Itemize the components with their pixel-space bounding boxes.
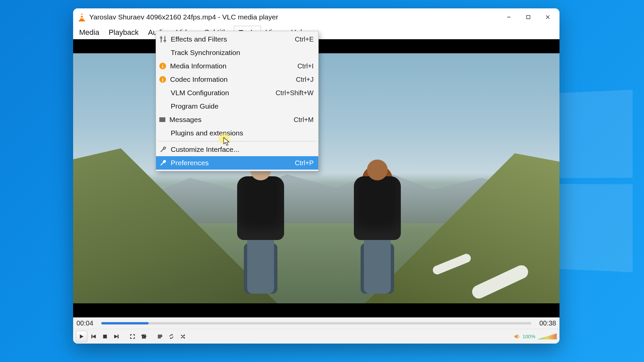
svg-rect-27 <box>163 40 166 41</box>
menu-item-effects-and-filters[interactable]: Effects and FiltersCtrl+E <box>156 33 318 46</box>
blank-icon <box>159 103 167 110</box>
close-button[interactable] <box>538 10 557 24</box>
window-title: Yaroslav Shuraev 4096x2160 24fps.mp4 - V… <box>89 13 499 21</box>
svg-rect-1 <box>81 15 83 16</box>
maximize-button[interactable] <box>519 10 538 24</box>
svg-rect-11 <box>103 335 107 338</box>
blank-icon <box>159 49 167 56</box>
mouse-cursor <box>221 136 231 145</box>
volume-control[interactable]: 100% <box>514 333 557 340</box>
svg-marker-0 <box>80 13 84 20</box>
menu-item-label: Effects and Filters <box>171 35 291 43</box>
svg-marker-12 <box>114 335 117 338</box>
menu-item-program-guide[interactable]: Program Guide <box>156 100 318 113</box>
tools-dropdown-menu: Effects and FiltersCtrl+ETrack Synchroni… <box>156 31 319 171</box>
menu-item-label: Plugins and extensions <box>171 129 310 137</box>
elapsed-time[interactable]: 00:04 <box>76 319 97 327</box>
menu-item-shortcut: Ctrl+J <box>296 76 314 83</box>
menu-separator <box>158 141 316 141</box>
svg-rect-19 <box>144 336 146 337</box>
menu-item-shortcut: Ctrl+E <box>295 36 314 43</box>
menu-item-track-synchronization[interactable]: Track Synchronization <box>156 46 318 59</box>
playlist-button[interactable] <box>155 331 165 342</box>
previous-button[interactable] <box>89 331 99 342</box>
next-button[interactable] <box>111 331 121 342</box>
wrench-icon <box>159 146 167 153</box>
vlc-cone-icon <box>78 12 86 22</box>
svg-rect-18 <box>143 337 145 338</box>
svg-rect-26 <box>160 38 162 39</box>
svg-rect-5 <box>527 15 530 19</box>
total-time[interactable]: 00:38 <box>536 319 556 327</box>
sliders-icon <box>159 36 167 43</box>
menu-item-shortcut: Ctrl+M <box>294 116 314 124</box>
menu-item-customize-interface[interactable]: Customize Interface... <box>156 143 318 156</box>
menu-item-label: Media Information <box>170 62 293 70</box>
stop-button[interactable] <box>100 331 110 342</box>
blank-icon <box>159 89 167 97</box>
menu-item-label: Messages <box>169 116 290 124</box>
minimize-button[interactable] <box>499 10 519 24</box>
titlebar: Yaroslav Shuraev 4096x2160 24fps.mp4 - V… <box>73 8 559 26</box>
menu-item-plugins-and-extensions[interactable]: Plugins and extensions <box>156 126 318 140</box>
menu-playback[interactable]: Playback <box>104 26 143 39</box>
volume-percent: 100% <box>523 334 535 339</box>
svg-rect-21 <box>158 336 162 337</box>
menu-item-label: VLM Configuration <box>171 89 272 97</box>
blank-icon <box>159 129 167 137</box>
svg-rect-20 <box>158 335 162 336</box>
menu-item-shortcut: Ctrl+P <box>295 159 314 167</box>
menu-item-label: Track Synchronization <box>171 49 310 57</box>
menu-item-label: Preferences <box>171 159 291 167</box>
menu-item-vlm-configuration[interactable]: VLM ConfigurationCtrl+Shift+W <box>156 86 318 100</box>
wrench-icon <box>159 159 167 167</box>
svg-marker-10 <box>93 335 96 338</box>
svg-rect-13 <box>118 335 118 338</box>
svg-rect-17 <box>142 335 144 336</box>
menu-item-messages[interactable]: MessagesCtrl+M <box>156 113 318 126</box>
info-icon: i <box>159 76 166 83</box>
svg-marker-23 <box>515 334 518 339</box>
menu-item-label: Codec Information <box>170 75 292 83</box>
menu-item-label: Customize Interface... <box>171 145 310 154</box>
play-button[interactable] <box>76 331 87 342</box>
menu-item-shortcut: Ctrl+Shift+W <box>276 89 314 97</box>
seek-bar[interactable] <box>101 322 531 324</box>
menu-item-codec-information[interactable]: iCodec InformationCtrl+J <box>156 73 318 86</box>
svg-rect-25 <box>164 36 165 42</box>
menu-item-label: Program Guide <box>171 102 310 110</box>
info-icon: i <box>159 63 166 69</box>
volume-slider[interactable] <box>537 334 557 340</box>
menu-item-preferences[interactable]: PreferencesCtrl+P <box>156 156 318 170</box>
speaker-icon <box>514 333 521 340</box>
svg-rect-22 <box>158 338 161 338</box>
fullscreen-button[interactable] <box>127 331 138 342</box>
extended-settings-button[interactable] <box>139 331 149 342</box>
shuffle-button[interactable] <box>178 331 188 342</box>
svg-rect-9 <box>92 335 92 338</box>
messages-icon <box>159 117 165 122</box>
svg-marker-8 <box>80 335 84 339</box>
loop-button[interactable] <box>166 331 176 342</box>
svg-rect-3 <box>79 20 85 21</box>
progress-row: 00:04 00:38 <box>73 317 559 329</box>
menu-item-shortcut: Ctrl+I <box>298 62 314 70</box>
svg-rect-2 <box>80 17 83 18</box>
svg-marker-28 <box>224 137 229 145</box>
menu-item-media-information[interactable]: iMedia InformationCtrl+I <box>156 59 318 73</box>
svg-rect-24 <box>161 36 162 42</box>
controls-row: 100% <box>73 329 559 344</box>
menu-media[interactable]: Media <box>74 26 104 39</box>
